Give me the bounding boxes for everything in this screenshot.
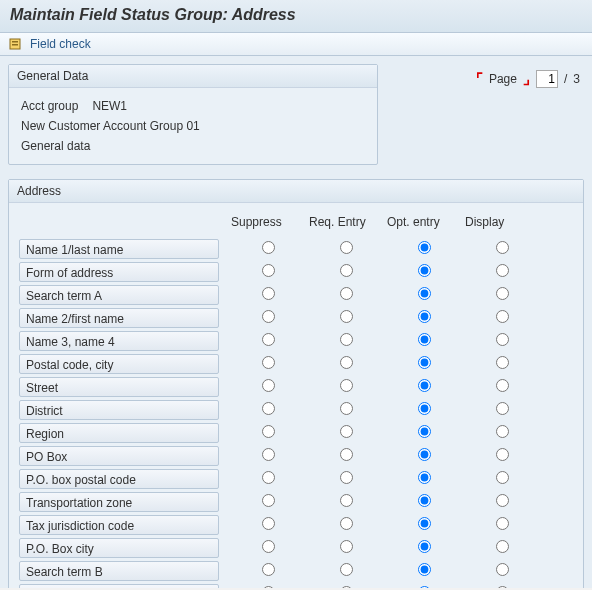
radio-req-entry[interactable] (340, 356, 353, 369)
radio-display[interactable] (496, 379, 509, 392)
execute-icon[interactable] (8, 36, 24, 52)
pager: ⌜ Page ⌟ / 3 (476, 64, 584, 88)
radio-display[interactable] (496, 517, 509, 530)
field-label: Name 1/last name (19, 239, 219, 259)
table-row: Region (19, 421, 573, 444)
bracket-left-icon: ⌜ (476, 70, 483, 88)
radio-opt-entry[interactable] (418, 425, 431, 438)
radio-opt-entry[interactable] (418, 471, 431, 484)
table-row: Search term B (19, 559, 573, 582)
radio-opt-entry[interactable] (418, 379, 431, 392)
table-row: Postal code, city (19, 352, 573, 375)
radio-display[interactable] (496, 356, 509, 369)
field-grid: Suppress Req. Entry Opt. entry Display N… (9, 203, 583, 588)
radio-suppress[interactable] (262, 494, 275, 507)
address-header: Address (9, 180, 583, 203)
radio-suppress[interactable] (262, 540, 275, 553)
radio-suppress[interactable] (262, 333, 275, 346)
radio-opt-entry[interactable] (418, 310, 431, 323)
pager-total: 3 (573, 72, 580, 86)
radio-opt-entry[interactable] (418, 264, 431, 277)
radio-suppress[interactable] (262, 241, 275, 254)
radio-display[interactable] (496, 264, 509, 277)
radio-suppress[interactable] (262, 448, 275, 461)
pager-sep: / (564, 72, 567, 86)
radio-suppress[interactable] (262, 471, 275, 484)
radio-suppress[interactable] (262, 379, 275, 392)
radio-suppress[interactable] (262, 563, 275, 576)
page-input[interactable] (536, 70, 558, 88)
radio-opt-entry[interactable] (418, 586, 431, 589)
radio-opt-entry[interactable] (418, 241, 431, 254)
radio-opt-entry[interactable] (418, 448, 431, 461)
table-row: P.O. Box city (19, 536, 573, 559)
general-line2: New Customer Account Group 01 (21, 116, 365, 136)
col-req-entry: Req. Entry (307, 209, 385, 237)
radio-req-entry[interactable] (340, 425, 353, 438)
radio-opt-entry[interactable] (418, 287, 431, 300)
radio-req-entry[interactable] (340, 310, 353, 323)
radio-display[interactable] (496, 540, 509, 553)
radio-req-entry[interactable] (340, 333, 353, 346)
general-data-box: General Data Acct group NEW1 New Custome… (8, 64, 378, 165)
radio-req-entry[interactable] (340, 241, 353, 254)
field-label: District (19, 400, 219, 420)
radio-suppress[interactable] (262, 287, 275, 300)
radio-suppress[interactable] (262, 356, 275, 369)
radio-opt-entry[interactable] (418, 402, 431, 415)
radio-suppress[interactable] (262, 586, 275, 589)
radio-opt-entry[interactable] (418, 333, 431, 346)
radio-display[interactable] (496, 425, 509, 438)
radio-opt-entry[interactable] (418, 517, 431, 530)
radio-display[interactable] (496, 287, 509, 300)
radio-req-entry[interactable] (340, 287, 353, 300)
radio-req-entry[interactable] (340, 402, 353, 415)
radio-opt-entry[interactable] (418, 356, 431, 369)
radio-opt-entry[interactable] (418, 563, 431, 576)
table-row: PO Box (19, 444, 573, 467)
field-label: Form of address (19, 262, 219, 282)
radio-suppress[interactable] (262, 264, 275, 277)
radio-suppress[interactable] (262, 310, 275, 323)
radio-req-entry[interactable] (340, 586, 353, 589)
col-suppress: Suppress (229, 209, 307, 237)
radio-req-entry[interactable] (340, 540, 353, 553)
field-check-link[interactable]: Field check (30, 37, 91, 51)
radio-req-entry[interactable] (340, 379, 353, 392)
table-row: c/o name (19, 582, 573, 588)
radio-display[interactable] (496, 241, 509, 254)
radio-display[interactable] (496, 310, 509, 323)
table-row: Transportation zone (19, 490, 573, 513)
field-label: Street (19, 377, 219, 397)
radio-suppress[interactable] (262, 402, 275, 415)
field-label: c/o name (19, 584, 219, 589)
acct-group-value: NEW1 (92, 96, 127, 116)
col-display: Display (463, 209, 541, 237)
radio-req-entry[interactable] (340, 563, 353, 576)
radio-suppress[interactable] (262, 425, 275, 438)
radio-opt-entry[interactable] (418, 494, 431, 507)
radio-display[interactable] (496, 448, 509, 461)
radio-req-entry[interactable] (340, 264, 353, 277)
radio-opt-entry[interactable] (418, 540, 431, 553)
field-label: Name 2/first name (19, 308, 219, 328)
radio-req-entry[interactable] (340, 494, 353, 507)
radio-display[interactable] (496, 563, 509, 576)
radio-req-entry[interactable] (340, 448, 353, 461)
radio-display[interactable] (496, 333, 509, 346)
table-row: District (19, 398, 573, 421)
general-line3: General data (21, 136, 365, 156)
title-bar: Maintain Field Status Group: Address (0, 0, 592, 33)
bracket-right-icon: ⌟ (523, 70, 530, 88)
field-label: PO Box (19, 446, 219, 466)
radio-display[interactable] (496, 494, 509, 507)
radio-req-entry[interactable] (340, 517, 353, 530)
field-label: Search term B (19, 561, 219, 581)
field-label: Tax jurisdiction code (19, 515, 219, 535)
radio-display[interactable] (496, 586, 509, 589)
radio-req-entry[interactable] (340, 471, 353, 484)
address-fieldset: Address Suppress Req. Entry Opt. entry D… (8, 179, 584, 588)
radio-display[interactable] (496, 471, 509, 484)
radio-display[interactable] (496, 402, 509, 415)
radio-suppress[interactable] (262, 517, 275, 530)
